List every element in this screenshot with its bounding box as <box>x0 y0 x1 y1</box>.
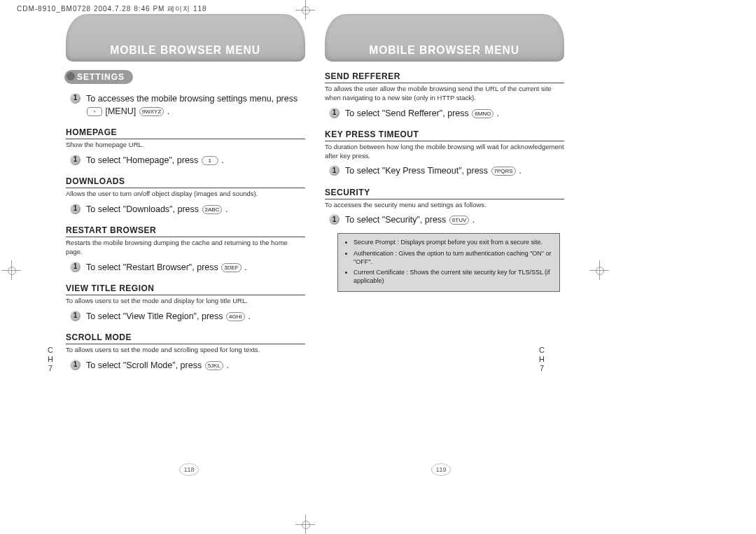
key-4-icon: 4GHI <box>226 312 245 321</box>
viewtitle-step: 1 To select "View Title Region", press 4… <box>70 310 305 323</box>
sendref-desc: To allows the user allow the mobile brow… <box>325 85 564 103</box>
key-6-icon: 6MNO <box>472 109 493 118</box>
banner-left: MOBILE BROWSER MENU <box>66 14 305 62</box>
keypress-desc: To duration between how long the mobile … <box>325 143 564 161</box>
security-info-box: Secure Prompt : Displays prompt before y… <box>337 233 560 292</box>
key-3-icon: 3DEF <box>221 263 241 272</box>
step-number-icon: 1 <box>329 214 340 225</box>
soft-key-icon: ◦ <box>87 107 102 116</box>
sendref-heading: SEND REFFERER <box>325 71 564 83</box>
key-7-icon: 7PQRS <box>491 167 516 176</box>
restart-desc: Restarts the mobile browsing dumping the… <box>66 239 305 257</box>
scroll-desc: To allows users to set the mode and scro… <box>66 346 305 355</box>
downloads-desc: Allows the user to turn on/off object di… <box>66 190 305 199</box>
key-5-icon: 5JKL <box>205 361 223 370</box>
homepage-heading: HOMEPAGE <box>66 127 305 139</box>
page-right: MOBILE BROWSER MENU SEND REFFERER To all… <box>315 14 567 469</box>
security-box-item: Secure Prompt : Displays prompt before y… <box>354 238 552 246</box>
step-number-icon: 1 <box>70 262 80 272</box>
viewtitle-desc: To allows users to set the mode and disp… <box>66 297 305 306</box>
sendref-step: 1 To select "Send Refferer", press 6MNO … <box>329 107 564 120</box>
page-left: MOBILE BROWSER MENU SETTINGS 1 To access… <box>63 14 315 469</box>
chapter-label-left: C H7 <box>48 346 53 374</box>
viewtitle-heading: VIEW TITLE REGION <box>66 283 305 295</box>
restart-heading: RESTART BROWSER <box>66 225 305 237</box>
step-number-icon: 1 <box>329 165 340 176</box>
step-number-icon: 1 <box>70 155 80 165</box>
security-desc: To accesses the security menu and settin… <box>325 201 564 210</box>
page-number-left: 118 <box>179 463 199 476</box>
step-number-icon: 1 <box>70 360 80 370</box>
security-step: 1 To select "Security", press 8TUV . <box>329 213 564 226</box>
key-9-icon: 9WXYZ <box>139 107 164 116</box>
doc-header: CDM-8910_BM0728 2004.7.28 8:46 PM 페이지 11… <box>17 4 207 14</box>
key-2-icon: 2ABC <box>202 205 223 214</box>
key-8-icon: 8TUV <box>449 216 469 225</box>
key-1-icon: 1 <box>202 156 218 165</box>
security-box-item: Authentication : Gives the option to tur… <box>354 249 552 266</box>
security-box-item: Current Certificate : Shows the current … <box>354 268 552 285</box>
scroll-step: 1 To select "Scroll Mode", press 5JKL . <box>70 359 305 372</box>
step-number-icon: 1 <box>329 108 340 118</box>
keypress-step: 1 To select "Key Press Timeout", press 7… <box>329 164 564 177</box>
banner-right: MOBILE BROWSER MENU <box>325 14 564 62</box>
settings-pill: SETTINGS <box>64 70 133 84</box>
page-number-right: 119 <box>431 463 451 476</box>
homepage-step: 1 To select "Homepage", press 1 . <box>70 154 305 167</box>
keypress-heading: KEY PRESS TIMEOUT <box>325 129 564 141</box>
downloads-step: 1 To select "Downloads", press 2ABC . <box>70 203 305 216</box>
security-heading: SECURITY <box>325 188 564 199</box>
settings-intro-step: 1 To accesses the mobile browsing settin… <box>70 92 305 118</box>
step-number-icon: 1 <box>70 204 80 214</box>
page-spread: MOBILE BROWSER MENU SETTINGS 1 To access… <box>63 14 567 469</box>
homepage-desc: Show the homepage URL. <box>66 141 305 150</box>
restart-step: 1 To select "Restart Browser", press 3DE… <box>70 261 305 274</box>
downloads-heading: DOWNLOADS <box>66 176 305 188</box>
step-number-icon: 1 <box>70 311 80 321</box>
step-number-icon: 1 <box>70 93 80 104</box>
scroll-heading: SCROLL MODE <box>66 332 305 344</box>
